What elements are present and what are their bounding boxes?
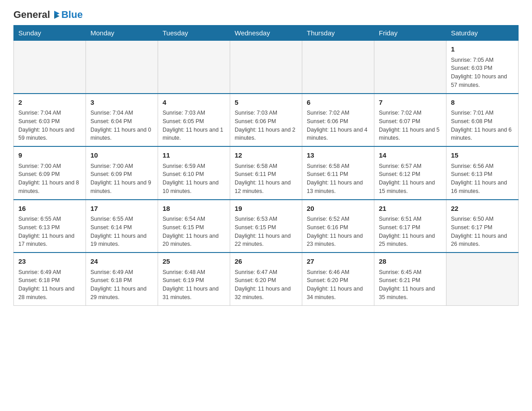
table-row: 24Sunrise: 6:49 AMSunset: 6:18 PMDayligh…	[86, 253, 158, 305]
table-row: 4Sunrise: 7:03 AMSunset: 6:05 PMDaylight…	[158, 94, 230, 147]
table-row: 23Sunrise: 6:49 AMSunset: 6:18 PMDayligh…	[14, 253, 86, 305]
calendar-table: SundayMondayTuesdayWednesdayThursdayFrid…	[13, 25, 519, 306]
table-row	[158, 41, 230, 94]
day-number: 2	[18, 98, 81, 108]
table-row: 9Sunrise: 7:00 AMSunset: 6:09 PMDaylight…	[14, 146, 86, 200]
table-row: 19Sunrise: 6:53 AMSunset: 6:15 PMDayligh…	[230, 200, 302, 253]
table-row: 5Sunrise: 7:03 AMSunset: 6:06 PMDaylight…	[230, 94, 302, 147]
table-row: 15Sunrise: 6:56 AMSunset: 6:13 PMDayligh…	[446, 146, 519, 200]
header-thursday: Thursday	[302, 26, 374, 41]
table-row: 18Sunrise: 6:54 AMSunset: 6:15 PMDayligh…	[158, 200, 230, 253]
week-row-4: 16Sunrise: 6:55 AMSunset: 6:13 PMDayligh…	[14, 200, 519, 253]
logo: GeneralBlue	[13, 9, 83, 21]
day-info: Sunrise: 6:59 AMSunset: 6:10 PMDaylight:…	[163, 162, 225, 196]
day-info: Sunrise: 6:57 AMSunset: 6:12 PMDaylight:…	[379, 162, 442, 196]
header-friday: Friday	[374, 26, 446, 41]
table-row: 6Sunrise: 7:02 AMSunset: 6:06 PMDaylight…	[302, 94, 374, 147]
day-number: 11	[163, 150, 225, 161]
table-row	[374, 41, 446, 94]
table-row	[230, 41, 302, 94]
page-header: GeneralBlue	[13, 9, 519, 21]
day-info: Sunrise: 7:03 AMSunset: 6:06 PMDaylight:…	[235, 109, 297, 142]
day-info: Sunrise: 6:55 AMSunset: 6:13 PMDaylight:…	[18, 215, 81, 248]
day-info: Sunrise: 7:03 AMSunset: 6:05 PMDaylight:…	[163, 109, 225, 142]
table-row: 27Sunrise: 6:46 AMSunset: 6:20 PMDayligh…	[302, 253, 374, 305]
table-row: 21Sunrise: 6:51 AMSunset: 6:17 PMDayligh…	[374, 200, 446, 253]
day-number: 10	[90, 150, 153, 161]
table-row: 26Sunrise: 6:47 AMSunset: 6:20 PMDayligh…	[230, 253, 302, 305]
week-row-1: 1Sunrise: 7:05 AMSunset: 6:03 PMDaylight…	[14, 41, 519, 94]
table-row: 2Sunrise: 7:04 AMSunset: 6:03 PMDaylight…	[14, 94, 86, 147]
table-row	[86, 41, 158, 94]
day-info: Sunrise: 7:01 AMSunset: 6:08 PMDaylight:…	[451, 109, 514, 142]
day-number: 24	[90, 257, 153, 267]
table-row: 14Sunrise: 6:57 AMSunset: 6:12 PMDayligh…	[374, 146, 446, 200]
day-info: Sunrise: 7:05 AMSunset: 6:03 PMDaylight:…	[451, 56, 514, 90]
table-row: 11Sunrise: 6:59 AMSunset: 6:10 PMDayligh…	[158, 146, 230, 200]
header-monday: Monday	[86, 26, 158, 41]
day-info: Sunrise: 6:46 AMSunset: 6:20 PMDaylight:…	[307, 268, 369, 302]
table-row: 25Sunrise: 6:48 AMSunset: 6:19 PMDayligh…	[158, 253, 230, 305]
table-row	[446, 253, 519, 305]
day-number: 23	[18, 257, 81, 267]
day-info: Sunrise: 6:48 AMSunset: 6:19 PMDaylight:…	[163, 268, 225, 302]
day-number: 4	[163, 98, 225, 108]
day-number: 20	[307, 204, 369, 214]
day-info: Sunrise: 6:47 AMSunset: 6:20 PMDaylight:…	[235, 268, 297, 302]
table-row	[14, 41, 86, 94]
table-row: 12Sunrise: 6:58 AMSunset: 6:11 PMDayligh…	[230, 146, 302, 200]
calendar-body: 1Sunrise: 7:05 AMSunset: 6:03 PMDaylight…	[14, 41, 519, 306]
day-number: 15	[451, 150, 514, 161]
day-info: Sunrise: 6:56 AMSunset: 6:13 PMDaylight:…	[451, 162, 514, 196]
day-info: Sunrise: 6:55 AMSunset: 6:14 PMDaylight:…	[90, 215, 153, 248]
table-row: 13Sunrise: 6:58 AMSunset: 6:11 PMDayligh…	[302, 146, 374, 200]
logo-text-blue: Blue	[61, 9, 83, 20]
header-saturday: Saturday	[446, 26, 519, 41]
logo-text-general: General	[13, 9, 50, 21]
day-number: 25	[163, 257, 225, 267]
day-info: Sunrise: 7:02 AMSunset: 6:07 PMDaylight:…	[379, 109, 442, 142]
day-number: 14	[379, 150, 442, 161]
days-of-week-row: SundayMondayTuesdayWednesdayThursdayFrid…	[14, 26, 519, 41]
day-info: Sunrise: 7:00 AMSunset: 6:09 PMDaylight:…	[90, 162, 153, 196]
header-wednesday: Wednesday	[230, 26, 302, 41]
week-row-5: 23Sunrise: 6:49 AMSunset: 6:18 PMDayligh…	[14, 253, 519, 305]
day-info: Sunrise: 6:52 AMSunset: 6:16 PMDaylight:…	[307, 215, 369, 248]
week-row-3: 9Sunrise: 7:00 AMSunset: 6:09 PMDaylight…	[14, 146, 519, 200]
day-info: Sunrise: 7:02 AMSunset: 6:06 PMDaylight:…	[307, 109, 369, 142]
day-number: 9	[18, 150, 81, 161]
day-number: 7	[379, 98, 442, 108]
header-sunday: Sunday	[14, 26, 86, 41]
day-info: Sunrise: 6:58 AMSunset: 6:11 PMDaylight:…	[307, 162, 369, 196]
header-tuesday: Tuesday	[158, 26, 230, 41]
logo-flag-icon	[51, 10, 61, 20]
table-row: 10Sunrise: 7:00 AMSunset: 6:09 PMDayligh…	[86, 146, 158, 200]
day-info: Sunrise: 6:54 AMSunset: 6:15 PMDaylight:…	[163, 215, 225, 248]
day-number: 1	[451, 44, 514, 55]
day-number: 21	[379, 204, 442, 214]
table-row: 22Sunrise: 6:50 AMSunset: 6:17 PMDayligh…	[446, 200, 519, 253]
day-number: 27	[307, 257, 369, 267]
table-row: 28Sunrise: 6:45 AMSunset: 6:21 PMDayligh…	[374, 253, 446, 305]
table-row: 16Sunrise: 6:55 AMSunset: 6:13 PMDayligh…	[14, 200, 86, 253]
day-info: Sunrise: 6:49 AMSunset: 6:18 PMDaylight:…	[90, 268, 153, 302]
day-number: 18	[163, 204, 225, 214]
day-info: Sunrise: 7:04 AMSunset: 6:03 PMDaylight:…	[18, 109, 81, 142]
day-info: Sunrise: 6:58 AMSunset: 6:11 PMDaylight:…	[235, 162, 297, 196]
table-row: 17Sunrise: 6:55 AMSunset: 6:14 PMDayligh…	[86, 200, 158, 253]
day-number: 22	[451, 204, 514, 214]
day-info: Sunrise: 6:51 AMSunset: 6:17 PMDaylight:…	[379, 215, 442, 248]
day-info: Sunrise: 6:45 AMSunset: 6:21 PMDaylight:…	[379, 268, 442, 302]
day-number: 19	[235, 204, 297, 214]
table-row: 7Sunrise: 7:02 AMSunset: 6:07 PMDaylight…	[374, 94, 446, 147]
day-info: Sunrise: 6:49 AMSunset: 6:18 PMDaylight:…	[18, 268, 81, 302]
day-number: 5	[235, 98, 297, 108]
table-row: 20Sunrise: 6:52 AMSunset: 6:16 PMDayligh…	[302, 200, 374, 253]
table-row	[302, 41, 374, 94]
day-number: 6	[307, 98, 369, 108]
day-info: Sunrise: 7:00 AMSunset: 6:09 PMDaylight:…	[18, 162, 81, 196]
day-info: Sunrise: 6:50 AMSunset: 6:17 PMDaylight:…	[451, 215, 514, 248]
day-number: 16	[18, 204, 81, 214]
week-row-2: 2Sunrise: 7:04 AMSunset: 6:03 PMDaylight…	[14, 94, 519, 147]
day-number: 3	[90, 98, 153, 108]
